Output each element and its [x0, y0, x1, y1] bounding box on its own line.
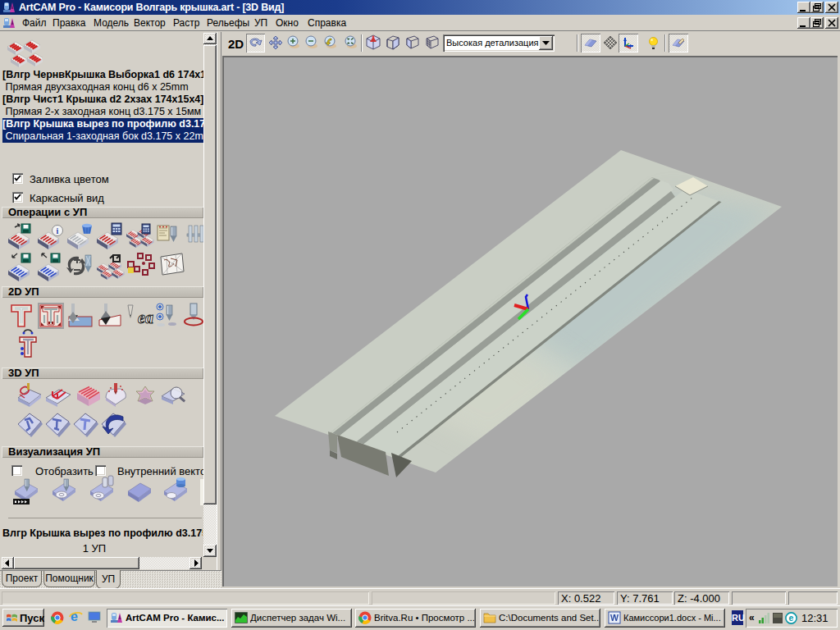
svg-text:e: e	[789, 613, 794, 623]
svg-text:i: i	[57, 226, 59, 235]
svg-text:e: e	[71, 609, 78, 623]
svg-text:ea: ea	[138, 308, 153, 326]
